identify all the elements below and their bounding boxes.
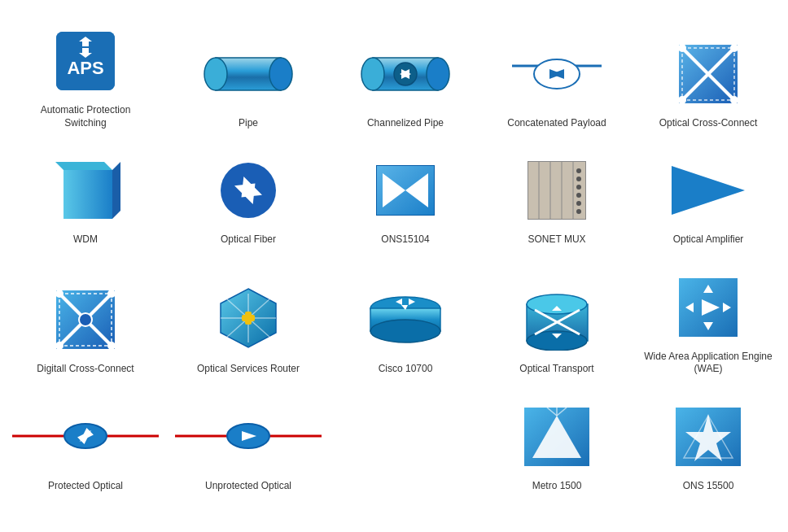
unprotected-optical-item[interactable]: Unprotected Optical: [171, 392, 326, 501]
svg-point-54: [79, 313, 92, 326]
optical-services-router-item[interactable]: Optical Services Router: [171, 263, 326, 384]
svg-point-44: [576, 209, 581, 214]
ons15104-item[interactable]: ONS15104: [334, 146, 477, 255]
metro-1500-item[interactable]: Metro 1500: [485, 392, 628, 501]
pipe-label: Pipe: [239, 117, 258, 130]
svg-marker-45: [672, 166, 745, 215]
sonet-mux-icon: [528, 154, 586, 227]
optical-cross-connect-icon: [679, 37, 738, 111]
concatenated-payload-icon: [512, 37, 602, 111]
optical-services-router-label: Optical Services Router: [197, 363, 300, 376]
svg-point-5: [269, 58, 292, 90]
optical-fiber-item[interactable]: Optical Fiber: [171, 146, 326, 255]
optical-fiber-label: Optical Fiber: [221, 233, 276, 246]
concatenated-payload-item[interactable]: Concatenated Payload: [485, 16, 628, 137]
svg-point-8: [427, 58, 449, 90]
digital-cross-connect-icon: [56, 283, 115, 356]
svg-point-40: [576, 177, 581, 181]
svg-point-62: [244, 314, 252, 322]
cisco-10700-icon: [367, 283, 444, 356]
unprotected-optical-icon: [175, 400, 322, 473]
ons-15500-item[interactable]: ONS 15500: [637, 392, 780, 501]
pipe-icon: [204, 37, 293, 111]
svg-marker-26: [55, 162, 112, 170]
wdm-item[interactable]: WDM: [8, 146, 163, 255]
aps-icon: APS: [56, 24, 115, 98]
wae-label: Wide Area Application Engine (WAE): [643, 351, 773, 376]
svg-marker-27: [112, 162, 120, 219]
svg-point-6: [204, 58, 227, 90]
protected-optical-icon: [12, 400, 159, 473]
wdm-icon: [51, 154, 120, 227]
metro-1500-icon: [524, 400, 589, 473]
aps-label: Automatic Protection Switching: [20, 104, 151, 129]
optical-amplifier-item[interactable]: Optical Amplifier: [637, 146, 780, 255]
svg-point-43: [576, 201, 581, 206]
channelized-pipe-icon: [361, 37, 450, 111]
optical-cross-connect-label: Optical Cross-Connect: [659, 117, 758, 130]
svg-point-42: [576, 193, 581, 198]
metro-1500-label: Metro 1500: [532, 480, 582, 493]
wdm-label: WDM: [73, 233, 98, 246]
optical-fiber-icon: [219, 154, 278, 227]
ons15104-label: ONS15104: [381, 233, 429, 246]
sonet-mux-label: SONET MUX: [528, 233, 585, 246]
svg-text:APS: APS: [67, 58, 103, 78]
optical-transport-label: Optical Transport: [519, 363, 593, 376]
channelized-pipe-label: Channelized Pipe: [367, 117, 444, 130]
svg-point-39: [576, 168, 581, 173]
protected-optical-label: Protected Optical: [48, 480, 123, 493]
concatenated-payload-label: Concatenated Payload: [507, 117, 606, 130]
pipe-item[interactable]: Pipe: [171, 16, 326, 137]
optical-amplifier-label: Optical Amplifier: [673, 233, 744, 246]
svg-point-9: [361, 58, 384, 90]
ons-15500-label: ONS 15500: [683, 480, 734, 493]
wae-icon: [679, 271, 738, 344]
ons-15500-icon: [676, 400, 741, 473]
svg-point-65: [370, 320, 440, 342]
empty-placeholder: [334, 392, 477, 501]
svg-marker-25: [63, 170, 112, 219]
optical-transport-item[interactable]: Optical Transport: [485, 263, 628, 384]
optical-transport-icon: [523, 283, 592, 356]
protected-optical-item[interactable]: Protected Optical: [8, 392, 163, 501]
optical-amplifier-icon: [672, 154, 745, 227]
cisco-10700-item[interactable]: Cisco 10700: [334, 263, 477, 384]
optical-services-router-icon: [214, 283, 283, 356]
optical-cross-connect-item[interactable]: Optical Cross-Connect: [637, 16, 780, 137]
svg-point-41: [576, 185, 581, 190]
wae-item[interactable]: Wide Area Application Engine (WAE): [637, 263, 780, 384]
digital-cross-connect-item[interactable]: Digitall Cross-Connect: [8, 263, 163, 384]
digital-cross-connect-label: Digitall Cross-Connect: [37, 363, 134, 376]
ons15104-icon: [376, 154, 435, 227]
unprotected-optical-label: Unprotected Optical: [205, 480, 291, 493]
channelized-pipe-item[interactable]: Channelized Pipe: [334, 16, 477, 137]
sonet-mux-item[interactable]: SONET MUX: [485, 146, 628, 255]
cisco-10700-label: Cisco 10700: [379, 363, 433, 376]
aps-item[interactable]: APS Automatic Protection Switching: [8, 16, 163, 137]
